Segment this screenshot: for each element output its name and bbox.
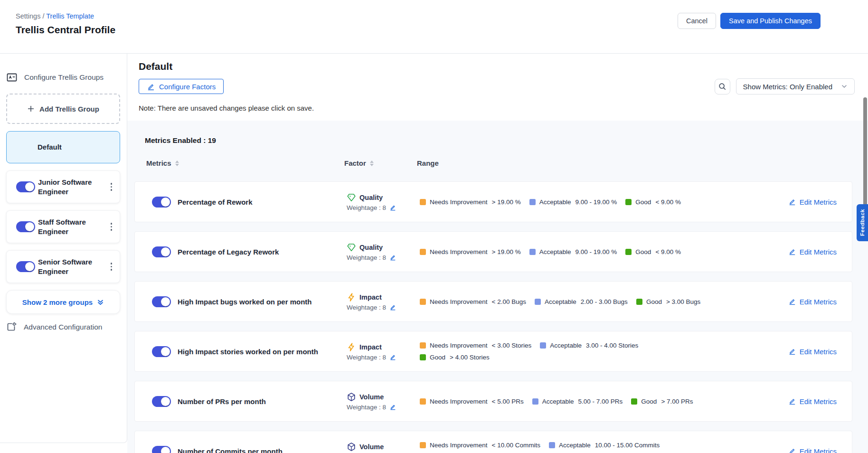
show-metrics-dropdown[interactable]: Show Metrics: Only Enabled	[736, 78, 855, 94]
metric-row-percentage-of-legacy-rework: Percentage of Legacy Rework Quality	[134, 231, 852, 272]
pencil-icon	[788, 248, 796, 255]
metric-toggle[interactable]	[152, 396, 171, 407]
kebab-menu-icon[interactable]	[109, 181, 114, 193]
show-more-groups-button[interactable]: Show 2 more groups	[6, 290, 120, 314]
needs-improvement-swatch	[420, 299, 426, 305]
chevron-down-icon	[841, 83, 848, 90]
group-card-default[interactable]: Default	[6, 131, 120, 163]
show-metrics-dropdown-value: Show Metrics: Only Enabled	[743, 83, 832, 91]
search-icon	[718, 82, 726, 91]
acceptable-swatch	[549, 442, 555, 448]
metric-toggle[interactable]	[152, 197, 171, 208]
group-toggle[interactable]	[16, 261, 35, 272]
edit-metrics-link[interactable]: Edit Metrics	[788, 198, 837, 206]
sort-icon[interactable]	[370, 160, 374, 166]
feedback-tab-label: Feedback	[859, 209, 865, 236]
group-card-junior-software-engineer[interactable]: Junior Software Engineer	[6, 170, 120, 203]
needs-improvement-swatch	[420, 249, 426, 255]
metric-row-percentage-of-rework: Percentage of Rework Quality	[134, 181, 852, 222]
edit-metrics-link[interactable]: Edit Metrics	[788, 298, 837, 306]
edit-metrics-link[interactable]: Edit Metrics	[788, 447, 837, 453]
range-good: Good< 9.00 %	[625, 198, 681, 206]
factor-name: Volume	[359, 393, 384, 401]
search-button[interactable]	[715, 79, 730, 94]
range-good: Good> 4.00 Stories	[420, 354, 490, 361]
acceptable-swatch	[540, 342, 546, 349]
acceptable-swatch	[532, 398, 538, 405]
metric-toggle[interactable]	[152, 346, 171, 357]
unsaved-changes-note: Note: There are unsaved changes please c…	[139, 104, 855, 121]
metrics-enabled-count: Metrics Enabled : 19	[145, 121, 852, 145]
plus-icon	[27, 105, 35, 113]
group-card-staff-software-engineer[interactable]: Staff Software Engineer	[6, 210, 120, 243]
advanced-configuration-label: Advanced Configuration	[24, 323, 102, 331]
sidebar-section-label: Configure Trellis Groups	[24, 73, 104, 82]
column-header-factor: Factor	[344, 159, 366, 167]
vertical-scrollbar-thumb[interactable]	[863, 97, 867, 206]
range-good: Good> 7.00 PRs	[631, 398, 693, 405]
range-acceptable: Acceptable5.00 - 7.00 PRs	[532, 398, 623, 405]
range-needs-improvement: Needs Improvement> 19.00 %	[420, 248, 521, 255]
pencil-icon	[788, 397, 796, 405]
pencil-icon[interactable]	[389, 354, 396, 360]
pencil-icon	[788, 447, 796, 453]
pencil-icon[interactable]	[389, 304, 396, 311]
show-more-groups-label: Show 2 more groups	[22, 298, 93, 306]
metric-name: High Impact stories worked on per month	[178, 348, 328, 356]
breadcrumb-trellis-template[interactable]: Trellis Template	[46, 12, 94, 20]
configure-factors-button[interactable]: Configure Factors	[139, 79, 224, 94]
good-swatch	[625, 249, 632, 255]
group-toggle[interactable]	[16, 181, 35, 192]
kebab-menu-icon[interactable]	[109, 261, 114, 273]
add-trellis-group-label: Add Trellis Group	[39, 105, 99, 113]
weightage-label: Weightage : 8	[347, 354, 386, 361]
good-swatch	[625, 199, 632, 205]
group-card-senior-software-engineer[interactable]: Senior Software Engineer	[6, 250, 120, 283]
metric-name: Number of PRs per month	[178, 397, 328, 406]
weightage-label: Weightage : 8	[347, 404, 386, 411]
range-good: Good< 9.00 %	[625, 248, 681, 255]
group-label: Default	[38, 142, 62, 152]
range-needs-improvement: Needs Improvement< 10.00 Commits	[420, 442, 540, 449]
pencil-icon	[788, 198, 796, 206]
advanced-configuration-link[interactable]: Advanced Configuration	[6, 321, 127, 332]
metric-toggle[interactable]	[152, 246, 171, 257]
group-label: Junior Software Engineer	[38, 178, 101, 196]
edit-metrics-link[interactable]: Edit Metrics	[788, 397, 837, 406]
pencil-icon[interactable]	[389, 404, 396, 410]
breadcrumb-separator: /	[42, 12, 44, 20]
group-label: Senior Software Engineer	[38, 257, 101, 276]
sort-icon[interactable]	[175, 160, 179, 166]
breadcrumb-settings[interactable]: Settings	[16, 12, 40, 20]
metric-toggle[interactable]	[152, 446, 171, 453]
edit-metrics-link[interactable]: Edit Metrics	[788, 348, 837, 356]
needs-improvement-swatch	[420, 342, 426, 349]
good-swatch	[420, 354, 426, 360]
pencil-icon	[788, 348, 796, 355]
kebab-menu-icon[interactable]	[109, 221, 114, 233]
range-acceptable: Acceptable9.00 - 19.00 %	[529, 248, 617, 255]
factor-name: Quality	[359, 194, 383, 201]
pencil-icon[interactable]	[389, 254, 396, 261]
save-publish-button[interactable]: Save and Publish Changes	[720, 13, 821, 29]
metric-toggle[interactable]	[152, 296, 171, 307]
metrics-table-section: Metrics Enabled : 19 Metrics Factor Rang…	[127, 121, 868, 453]
range-needs-improvement: Needs Improvement< 3.00 Stories	[420, 342, 531, 349]
sidebar: Configure Trellis Groups Add Trellis Gro…	[0, 54, 127, 443]
add-trellis-group-button[interactable]: Add Trellis Group	[6, 94, 120, 124]
weightage-label: Weightage : 8	[347, 304, 386, 311]
acceptable-swatch	[529, 199, 536, 205]
lightning-icon	[347, 342, 356, 352]
metric-name: Number of Commits per month	[178, 447, 328, 453]
group-toggle[interactable]	[16, 221, 35, 232]
pencil-icon[interactable]	[389, 204, 396, 211]
range-acceptable: Acceptable3.00 - 4.00 Stories	[540, 342, 638, 349]
metric-row-high-impact-bugs: High Impact bugs worked on per month Imp…	[134, 281, 852, 322]
edit-metrics-link[interactable]: Edit Metrics	[788, 248, 837, 256]
pencil-icon	[788, 298, 796, 305]
feedback-tab[interactable]: Feedback	[857, 204, 868, 241]
cancel-button[interactable]: Cancel	[678, 13, 716, 29]
good-swatch	[631, 398, 637, 405]
needs-improvement-swatch	[420, 442, 426, 448]
metric-name: Percentage of Legacy Rework	[178, 248, 328, 256]
